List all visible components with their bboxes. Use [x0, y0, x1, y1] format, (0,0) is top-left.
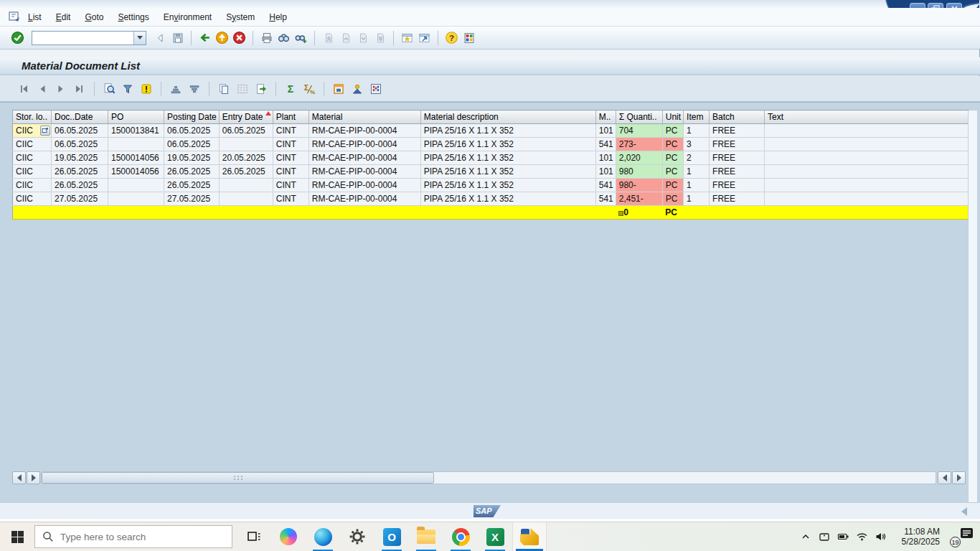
- text-cell[interactable]: [765, 192, 970, 206]
- material-description-cell[interactable]: PIPA 25/16 X 1.1 X 352: [420, 124, 595, 138]
- po-cell[interactable]: 1500013841: [108, 124, 164, 138]
- total-quantity-cell[interactable]: 0: [616, 206, 662, 220]
- system-menu-icon[interactable]: [9, 11, 21, 22]
- item-cell[interactable]: 1: [684, 165, 710, 179]
- meet-now-button[interactable]: [818, 530, 831, 543]
- command-dropdown-button[interactable]: [133, 32, 146, 44]
- sap-logon-button[interactable]: [512, 522, 547, 551]
- text-cell[interactable]: [765, 138, 970, 151]
- command-field[interactable]: [32, 31, 146, 45]
- material-cell[interactable]: RM-CAE-PIP-00-0004: [308, 138, 420, 151]
- copy-button[interactable]: [216, 81, 232, 96]
- graphic-button[interactable]: [368, 81, 384, 96]
- storage-location-cell[interactable]: CIIC: [13, 192, 52, 206]
- posting-date-cell[interactable]: 26.05.2025: [164, 165, 220, 179]
- abc-analysis-button[interactable]: [349, 81, 365, 96]
- plant-cell[interactable]: CINT: [273, 124, 308, 138]
- print-button[interactable]: [259, 31, 274, 45]
- notification-center-button[interactable]: 19: [950, 526, 974, 547]
- menu-settings[interactable]: Settings: [110, 10, 156, 24]
- previous-entry-button[interactable]: [34, 81, 50, 96]
- po-cell[interactable]: 1500014056: [108, 165, 164, 179]
- create-shortcut-button[interactable]: [417, 31, 432, 45]
- movement-type-cell[interactable]: 101: [595, 124, 616, 138]
- doc-date-cell[interactable]: 26.05.2025: [52, 165, 108, 179]
- chrome-button[interactable]: [443, 522, 478, 551]
- item-cell[interactable]: 1: [684, 192, 710, 206]
- posting-date-cell[interactable]: 26.05.2025: [164, 179, 220, 192]
- posting-date-cell[interactable]: 27.05.2025: [164, 192, 220, 206]
- file-explorer-button[interactable]: [409, 522, 443, 551]
- entry-date-cell[interactable]: [219, 179, 273, 192]
- col-header-entry-date[interactable]: Entry Date: [219, 110, 273, 124]
- col-header-unit[interactable]: Unit: [662, 110, 683, 124]
- vertical-scrollbar[interactable]: [968, 110, 978, 551]
- quantity-cell[interactable]: 2,020: [616, 151, 662, 165]
- quantity-cell[interactable]: 273-: [616, 138, 662, 151]
- menu-help[interactable]: Help: [262, 10, 294, 24]
- col-header-text[interactable]: Text: [765, 110, 970, 124]
- posting-date-cell[interactable]: 19.05.2025: [164, 151, 220, 165]
- collapse-command-field-button[interactable]: [153, 31, 168, 45]
- item-cell[interactable]: 1: [684, 124, 710, 138]
- doc-date-cell[interactable]: 19.05.2025: [52, 151, 108, 165]
- quantity-cell[interactable]: 980-: [616, 179, 662, 192]
- enter-button[interactable]: [10, 31, 25, 45]
- back-button[interactable]: [197, 31, 212, 45]
- detail-button[interactable]: [101, 81, 117, 96]
- scroll-left-button[interactable]: [12, 471, 26, 484]
- material-cell[interactable]: RM-CAE-PIP-00-0004: [308, 151, 420, 165]
- material-description-cell[interactable]: PIPA 25/16 X 1.1 X 352: [420, 179, 595, 192]
- find-button[interactable]: [276, 31, 291, 45]
- plant-cell[interactable]: CINT: [273, 151, 308, 165]
- col-header-item[interactable]: Item: [684, 110, 710, 124]
- settings-button[interactable]: [340, 522, 374, 551]
- menu-system[interactable]: System: [219, 10, 262, 24]
- copilot-button[interactable]: [271, 522, 306, 551]
- material-description-cell[interactable]: PIPA 25/16 X 1.1 X 352: [420, 192, 595, 206]
- entry-date-cell[interactable]: [219, 192, 273, 206]
- batch-cell[interactable]: FREE: [710, 192, 765, 206]
- po-cell[interactable]: [108, 179, 164, 192]
- batch-cell[interactable]: FREE: [710, 151, 765, 165]
- col-header-material-description[interactable]: Material description: [420, 110, 595, 124]
- text-cell[interactable]: [765, 179, 970, 192]
- unit-cell[interactable]: PC: [662, 165, 683, 179]
- customize-layout-button[interactable]: [461, 31, 476, 45]
- unit-cell[interactable]: PC: [662, 192, 683, 206]
- quantity-cell[interactable]: 704: [616, 124, 662, 138]
- exceptions-button[interactable]: [138, 81, 154, 96]
- quantity-cell[interactable]: 980: [616, 165, 662, 179]
- task-view-button[interactable]: [237, 522, 271, 551]
- material-cell[interactable]: RM-CAE-PIP-00-0004: [308, 192, 420, 206]
- volume-button[interactable]: [874, 530, 887, 543]
- storage-location-cell[interactable]: CIIC: [13, 138, 52, 151]
- menu-edit[interactable]: Edit: [49, 10, 78, 24]
- menu-goto[interactable]: Goto: [77, 10, 110, 24]
- battery-button[interactable]: [837, 530, 849, 543]
- outlook-button[interactable]: O: [374, 522, 409, 551]
- next-entry-button[interactable]: [53, 81, 69, 96]
- item-cell[interactable]: 3: [684, 138, 710, 151]
- last-entry-button[interactable]: [72, 81, 88, 96]
- command-input[interactable]: [32, 32, 133, 44]
- save-button[interactable]: [170, 31, 185, 45]
- storage-location-cell[interactable]: CIIC: [13, 151, 52, 165]
- col-header-storage-location[interactable]: Stor. lo..: [13, 110, 52, 124]
- batch-cell[interactable]: FREE: [710, 179, 765, 192]
- col-header-plant[interactable]: Plant: [273, 110, 308, 124]
- material-description-cell[interactable]: PIPA 25/16 X 1.1 X 352: [420, 138, 595, 151]
- exit-button[interactable]: [215, 31, 230, 45]
- batch-cell[interactable]: FREE: [710, 138, 765, 151]
- unit-cell[interactable]: PC: [662, 179, 683, 192]
- plant-cell[interactable]: CINT: [273, 192, 308, 206]
- help-button[interactable]: ?: [444, 31, 459, 45]
- col-header-po[interactable]: PO: [108, 110, 164, 124]
- po-cell[interactable]: [108, 138, 164, 151]
- tray-chevron-button[interactable]: [799, 530, 812, 543]
- status-expand-arrow[interactable]: [961, 507, 967, 516]
- unit-cell[interactable]: PC: [662, 151, 683, 165]
- entry-date-cell[interactable]: 06.05.2025: [219, 124, 273, 138]
- item-cell[interactable]: 2: [684, 151, 710, 165]
- movement-type-cell[interactable]: 541: [595, 138, 616, 151]
